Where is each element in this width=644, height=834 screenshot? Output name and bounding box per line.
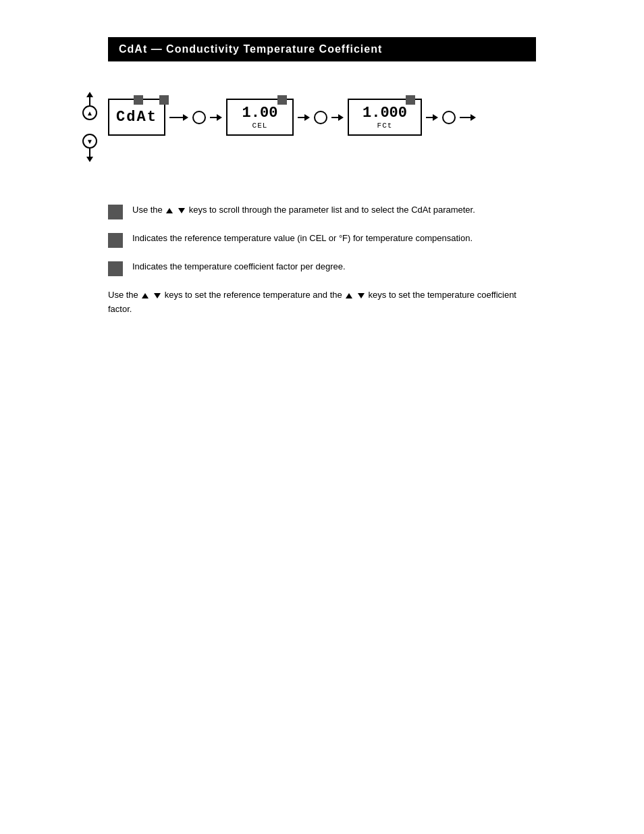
legend-square-3 xyxy=(108,261,123,276)
cdat-top-center-square xyxy=(134,95,143,105)
cel-value: 1.00 xyxy=(242,105,278,122)
cdat-label: CdAt xyxy=(116,109,157,126)
legend-square-2 xyxy=(108,233,123,248)
legend-item-1: Use the keys to scroll through the param… xyxy=(108,203,536,219)
cdat-block: CdAt xyxy=(108,99,165,136)
circle-connector-1 xyxy=(192,111,206,124)
circle-connector-3 xyxy=(442,111,456,124)
legend-item-2: Indicates the reference temperature valu… xyxy=(108,232,536,248)
down-arrow-icon xyxy=(86,157,93,162)
legend-area: Use the keys to scroll through the param… xyxy=(108,203,536,276)
arrow-line-h4 xyxy=(331,117,338,118)
cel-block: 1.00 CEL xyxy=(226,99,294,136)
arrow-block2-to-circle3 xyxy=(426,114,438,121)
arrow-to-block2 xyxy=(331,114,344,121)
up-arrow-icon xyxy=(86,92,93,97)
arrow-line-h2 xyxy=(210,117,217,118)
tri-down-icon-1 xyxy=(178,208,185,213)
circle-connector-2 xyxy=(314,111,327,124)
fct-value: 1.000 xyxy=(363,105,407,122)
legend-text-2: Indicates the reference temperature valu… xyxy=(132,232,473,245)
arrow-line-h5 xyxy=(426,117,433,118)
tri-down-icon-desc1 xyxy=(154,293,161,298)
arrow-to-block1 xyxy=(210,114,222,121)
arrowhead-right5 xyxy=(433,114,438,121)
arrow-line-final xyxy=(460,117,471,118)
arrowhead-right3 xyxy=(304,114,310,121)
page: CdAt — Conductivity Temperature Coeffici… xyxy=(0,37,644,834)
arrowhead-right2 xyxy=(217,114,222,121)
arrow-line-h1 xyxy=(169,117,183,118)
arrow-block1-to-circle2 xyxy=(298,114,310,121)
cdat-top-right-square xyxy=(159,95,169,105)
legend-item-3: Indicates the temperature coefficient fa… xyxy=(108,260,536,276)
header-title: CdAt — Conductivity Temperature Coeffici… xyxy=(119,43,382,55)
tri-down-icon-desc2 xyxy=(358,293,365,298)
arrowhead-final xyxy=(471,114,476,121)
up-arrow-line xyxy=(89,97,90,105)
arrowhead-right1 xyxy=(183,114,188,121)
final-arrow xyxy=(460,114,476,121)
legend-square-1 xyxy=(108,205,123,219)
header-bar: CdAt — Conductivity Temperature Coeffici… xyxy=(108,37,536,61)
desc-area: Use the keys to set the reference temper… xyxy=(108,288,536,317)
arrow-line-h3 xyxy=(298,117,304,118)
legend-text-3: Indicates the temperature coefficient fa… xyxy=(132,260,346,273)
legend-text-1: Use the keys to scroll through the param… xyxy=(132,203,475,217)
fct-top-square xyxy=(406,95,415,105)
tri-up-icon-1 xyxy=(166,208,173,213)
up-circle-icon: ▲ xyxy=(82,105,97,120)
cel-unit: CEL xyxy=(252,122,268,130)
arrow-cdat-to-circle1 xyxy=(169,114,188,121)
cel-top-square xyxy=(277,95,287,105)
down-circle-icon: ▼ xyxy=(82,134,97,149)
tri-up-icon-desc2 xyxy=(346,293,352,298)
diagram-area: ▲ ▼ CdAt xyxy=(108,82,536,190)
desc-para-1: Use the keys to set the reference temper… xyxy=(108,288,536,317)
fct-unit: FCt xyxy=(377,122,393,130)
down-arrow-line xyxy=(89,149,90,157)
tri-up-icon-desc1 xyxy=(142,293,149,298)
fct-block: 1.000 FCt xyxy=(348,99,422,136)
arrowhead-right4 xyxy=(338,114,344,121)
